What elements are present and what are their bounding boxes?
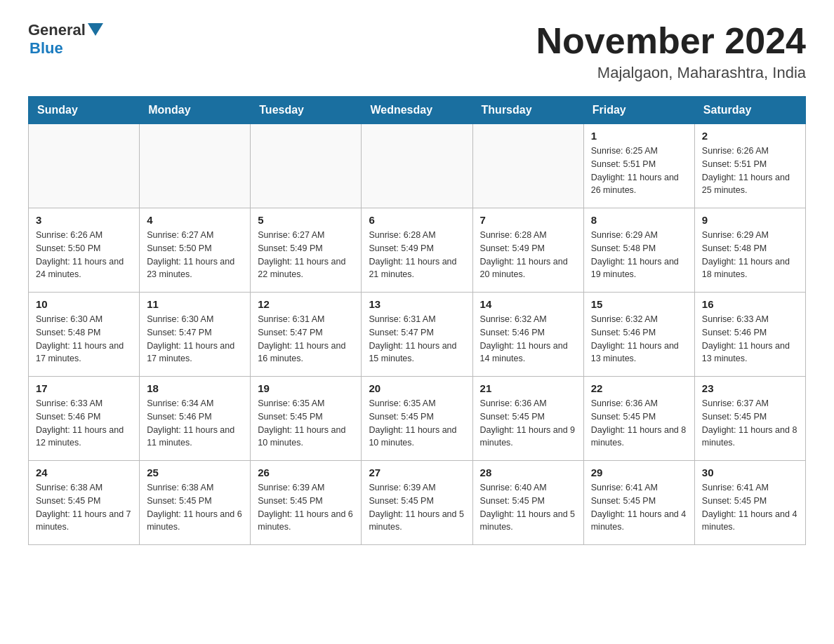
calendar-cell: 24Sunrise: 6:38 AM Sunset: 5:45 PM Dayli…: [29, 461, 140, 545]
day-number: 30: [702, 467, 798, 478]
day-info: Sunrise: 6:32 AM Sunset: 5:46 PM Dayligh…: [480, 313, 576, 365]
day-number: 26: [258, 467, 354, 478]
calendar-cell: 14Sunrise: 6:32 AM Sunset: 5:46 PM Dayli…: [472, 293, 583, 377]
subtitle: Majalgaon, Maharashtra, India: [536, 64, 806, 82]
day-number: 23: [702, 382, 798, 394]
day-info: Sunrise: 6:32 AM Sunset: 5:46 PM Dayligh…: [591, 313, 687, 365]
title-section: November 2024 Majalgaon, Maharashtra, In…: [536, 21, 806, 82]
calendar-cell: 15Sunrise: 6:32 AM Sunset: 5:46 PM Dayli…: [583, 293, 694, 377]
day-number: 4: [147, 214, 243, 226]
calendar-cell: 27Sunrise: 6:39 AM Sunset: 5:45 PM Dayli…: [362, 461, 472, 545]
day-header-monday: Monday: [140, 97, 251, 124]
calendar-cell: [362, 124, 472, 208]
day-number: 18: [147, 382, 243, 394]
page-header: General Blue November 2024 Majalgaon, Ma…: [28, 21, 806, 82]
logo-text-blue: Blue: [29, 39, 63, 57]
day-info: Sunrise: 6:31 AM Sunset: 5:47 PM Dayligh…: [258, 313, 354, 365]
day-info: Sunrise: 6:36 AM Sunset: 5:45 PM Dayligh…: [591, 397, 687, 450]
day-info: Sunrise: 6:35 AM Sunset: 5:45 PM Dayligh…: [258, 397, 354, 450]
day-number: 16: [702, 298, 798, 310]
day-header-wednesday: Wednesday: [362, 97, 472, 124]
calendar-cell: 26Sunrise: 6:39 AM Sunset: 5:45 PM Dayli…: [251, 461, 362, 545]
day-info: Sunrise: 6:28 AM Sunset: 5:49 PM Dayligh…: [480, 229, 576, 281]
day-info: Sunrise: 6:27 AM Sunset: 5:50 PM Dayligh…: [147, 229, 243, 281]
day-info: Sunrise: 6:41 AM Sunset: 5:45 PM Dayligh…: [591, 481, 687, 534]
day-info: Sunrise: 6:30 AM Sunset: 5:47 PM Dayligh…: [147, 313, 243, 365]
calendar-cell: 10Sunrise: 6:30 AM Sunset: 5:48 PM Dayli…: [29, 293, 140, 377]
calendar-cell: 29Sunrise: 6:41 AM Sunset: 5:45 PM Dayli…: [583, 461, 694, 545]
day-info: Sunrise: 6:29 AM Sunset: 5:48 PM Dayligh…: [702, 229, 798, 281]
day-number: 7: [480, 214, 576, 226]
day-info: Sunrise: 6:33 AM Sunset: 5:46 PM Dayligh…: [36, 397, 132, 450]
day-number: 8: [591, 214, 687, 226]
day-info: Sunrise: 6:26 AM Sunset: 5:50 PM Dayligh…: [36, 229, 132, 281]
calendar-cell: 2Sunrise: 6:26 AM Sunset: 5:51 PM Daylig…: [694, 124, 805, 208]
calendar-cell: 4Sunrise: 6:27 AM Sunset: 5:50 PM Daylig…: [140, 208, 251, 293]
day-header-thursday: Thursday: [472, 97, 583, 124]
calendar-header-row: SundayMondayTuesdayWednesdayThursdayFrid…: [29, 97, 806, 124]
day-number: 13: [369, 298, 465, 310]
logo-triangle-icon: [88, 23, 103, 36]
day-number: 20: [369, 382, 465, 394]
calendar-week-5: 24Sunrise: 6:38 AM Sunset: 5:45 PM Dayli…: [29, 461, 806, 545]
calendar-cell: 22Sunrise: 6:36 AM Sunset: 5:45 PM Dayli…: [583, 377, 694, 461]
calendar-cell: 23Sunrise: 6:37 AM Sunset: 5:45 PM Dayli…: [694, 377, 805, 461]
day-info: Sunrise: 6:30 AM Sunset: 5:48 PM Dayligh…: [36, 313, 132, 365]
calendar-cell: 12Sunrise: 6:31 AM Sunset: 5:47 PM Dayli…: [251, 293, 362, 377]
page-title: November 2024: [536, 21, 806, 61]
day-info: Sunrise: 6:40 AM Sunset: 5:45 PM Dayligh…: [480, 481, 576, 534]
day-number: 22: [591, 382, 687, 394]
calendar-cell: 13Sunrise: 6:31 AM Sunset: 5:47 PM Dayli…: [362, 293, 472, 377]
calendar-cell: 28Sunrise: 6:40 AM Sunset: 5:45 PM Dayli…: [472, 461, 583, 545]
day-number: 3: [36, 214, 132, 226]
day-info: Sunrise: 6:37 AM Sunset: 5:45 PM Dayligh…: [702, 397, 798, 450]
calendar-cell: 1Sunrise: 6:25 AM Sunset: 5:51 PM Daylig…: [583, 124, 694, 208]
calendar-cell: 16Sunrise: 6:33 AM Sunset: 5:46 PM Dayli…: [694, 293, 805, 377]
calendar-cell: [29, 124, 140, 208]
calendar-week-4: 17Sunrise: 6:33 AM Sunset: 5:46 PM Dayli…: [29, 377, 806, 461]
calendar-cell: 3Sunrise: 6:26 AM Sunset: 5:50 PM Daylig…: [29, 208, 140, 293]
day-header-sunday: Sunday: [29, 97, 140, 124]
calendar-cell: 6Sunrise: 6:28 AM Sunset: 5:49 PM Daylig…: [362, 208, 472, 293]
day-header-friday: Friday: [583, 97, 694, 124]
calendar-cell: 8Sunrise: 6:29 AM Sunset: 5:48 PM Daylig…: [583, 208, 694, 293]
day-number: 27: [369, 467, 465, 478]
day-info: Sunrise: 6:36 AM Sunset: 5:45 PM Dayligh…: [480, 397, 576, 450]
calendar-cell: 9Sunrise: 6:29 AM Sunset: 5:48 PM Daylig…: [694, 208, 805, 293]
day-number: 2: [702, 130, 798, 142]
calendar-cell: 7Sunrise: 6:28 AM Sunset: 5:49 PM Daylig…: [472, 208, 583, 293]
day-info: Sunrise: 6:39 AM Sunset: 5:45 PM Dayligh…: [258, 481, 354, 534]
day-number: 29: [591, 467, 687, 478]
day-info: Sunrise: 6:27 AM Sunset: 5:49 PM Dayligh…: [258, 229, 354, 281]
logo: General Blue: [28, 21, 103, 58]
calendar-week-3: 10Sunrise: 6:30 AM Sunset: 5:48 PM Dayli…: [29, 293, 806, 377]
day-info: Sunrise: 6:39 AM Sunset: 5:45 PM Dayligh…: [369, 481, 465, 534]
day-info: Sunrise: 6:28 AM Sunset: 5:49 PM Dayligh…: [369, 229, 465, 281]
day-number: 1: [591, 130, 687, 142]
day-info: Sunrise: 6:31 AM Sunset: 5:47 PM Dayligh…: [369, 313, 465, 365]
svg-marker-0: [88, 23, 103, 36]
day-info: Sunrise: 6:26 AM Sunset: 5:51 PM Dayligh…: [702, 145, 798, 197]
day-number: 19: [258, 382, 354, 394]
day-number: 12: [258, 298, 354, 310]
day-info: Sunrise: 6:34 AM Sunset: 5:46 PM Dayligh…: [147, 397, 243, 450]
calendar-cell: [251, 124, 362, 208]
calendar-cell: 20Sunrise: 6:35 AM Sunset: 5:45 PM Dayli…: [362, 377, 472, 461]
calendar-cell: [140, 124, 251, 208]
day-number: 15: [591, 298, 687, 310]
day-info: Sunrise: 6:38 AM Sunset: 5:45 PM Dayligh…: [147, 481, 243, 534]
calendar-cell: [472, 124, 583, 208]
day-number: 21: [480, 382, 576, 394]
day-number: 17: [36, 382, 132, 394]
day-header-saturday: Saturday: [694, 97, 805, 124]
day-number: 5: [258, 214, 354, 226]
day-info: Sunrise: 6:25 AM Sunset: 5:51 PM Dayligh…: [591, 145, 687, 197]
calendar-cell: 5Sunrise: 6:27 AM Sunset: 5:49 PM Daylig…: [251, 208, 362, 293]
calendar-cell: 11Sunrise: 6:30 AM Sunset: 5:47 PM Dayli…: [140, 293, 251, 377]
day-number: 9: [702, 214, 798, 226]
day-number: 24: [36, 467, 132, 478]
calendar-cell: 17Sunrise: 6:33 AM Sunset: 5:46 PM Dayli…: [29, 377, 140, 461]
day-header-tuesday: Tuesday: [251, 97, 362, 124]
calendar-cell: 30Sunrise: 6:41 AM Sunset: 5:45 PM Dayli…: [694, 461, 805, 545]
calendar-week-2: 3Sunrise: 6:26 AM Sunset: 5:50 PM Daylig…: [29, 208, 806, 293]
